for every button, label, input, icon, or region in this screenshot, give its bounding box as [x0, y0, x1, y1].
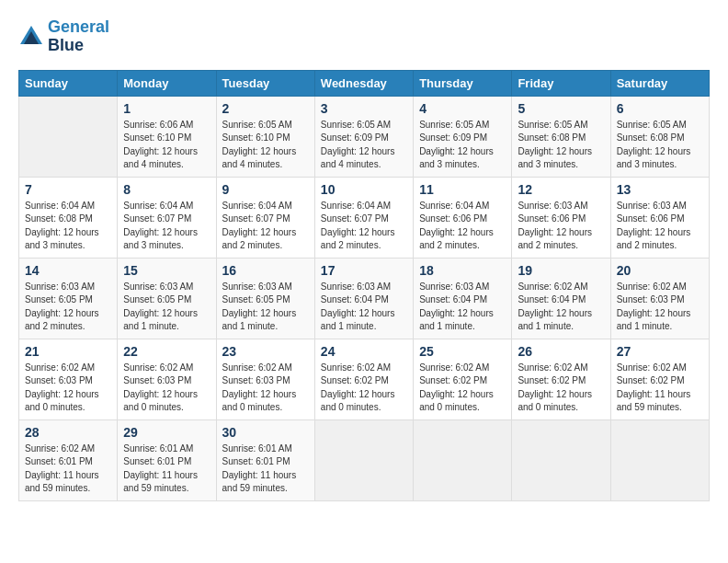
day-number: 11 [419, 182, 506, 197]
day-info: Sunrise: 6:02 AM Sunset: 6:03 PM Dayligh… [617, 281, 703, 334]
day-number: 1 [123, 101, 210, 116]
day-number: 18 [419, 263, 506, 278]
day-number: 10 [321, 182, 407, 197]
day-number: 8 [123, 182, 210, 197]
day-info: Sunrise: 6:03 AM Sunset: 6:04 PM Dayligh… [321, 281, 407, 334]
day-info: Sunrise: 6:02 AM Sunset: 6:02 PM Dayligh… [321, 362, 407, 415]
day-info: Sunrise: 6:02 AM Sunset: 6:03 PM Dayligh… [222, 362, 309, 415]
header-sunday: Sunday [19, 70, 118, 96]
calendar-week-row: 21Sunrise: 6:02 AM Sunset: 6:03 PM Dayli… [19, 339, 710, 419]
calendar-cell: 8Sunrise: 6:04 AM Sunset: 6:07 PM Daylig… [118, 177, 216, 258]
header-monday: Monday [118, 70, 216, 96]
calendar-cell: 26Sunrise: 6:02 AM Sunset: 6:02 PM Dayli… [512, 339, 610, 419]
calendar-cell: 29Sunrise: 6:01 AM Sunset: 6:01 PM Dayli… [118, 419, 216, 500]
calendar-cell: 23Sunrise: 6:02 AM Sunset: 6:03 PM Dayli… [216, 339, 314, 419]
calendar-week-row: 1Sunrise: 6:06 AM Sunset: 6:10 PM Daylig… [19, 96, 710, 177]
calendar-cell: 27Sunrise: 6:02 AM Sunset: 6:02 PM Dayli… [610, 339, 709, 419]
calendar-cell: 12Sunrise: 6:03 AM Sunset: 6:06 PM Dayli… [512, 177, 610, 258]
calendar-cell: 20Sunrise: 6:02 AM Sunset: 6:03 PM Dayli… [610, 258, 709, 339]
calendar-cell: 6Sunrise: 6:05 AM Sunset: 6:08 PM Daylig… [610, 96, 709, 177]
calendar-cell: 17Sunrise: 6:03 AM Sunset: 6:04 PM Dayli… [314, 258, 413, 339]
calendar-cell: 16Sunrise: 6:03 AM Sunset: 6:05 PM Dayli… [216, 258, 314, 339]
day-info: Sunrise: 6:04 AM Sunset: 6:08 PM Dayligh… [25, 200, 111, 253]
header-thursday: Thursday [414, 70, 512, 96]
day-number: 16 [222, 263, 309, 278]
header-friday: Friday [512, 70, 610, 96]
day-info: Sunrise: 6:06 AM Sunset: 6:10 PM Dayligh… [123, 119, 210, 172]
calendar-cell: 1Sunrise: 6:06 AM Sunset: 6:10 PM Daylig… [118, 96, 216, 177]
calendar-header-row: SundayMondayTuesdayWednesdayThursdayFrid… [19, 70, 710, 96]
logo-text: General Blue [48, 18, 109, 55]
day-number: 23 [222, 344, 309, 359]
day-number: 25 [419, 344, 506, 359]
day-info: Sunrise: 6:05 AM Sunset: 6:08 PM Dayligh… [518, 119, 604, 172]
day-number: 19 [518, 263, 604, 278]
calendar-cell: 14Sunrise: 6:03 AM Sunset: 6:05 PM Dayli… [19, 258, 118, 339]
day-info: Sunrise: 6:03 AM Sunset: 6:04 PM Dayligh… [419, 281, 506, 334]
calendar-cell: 28Sunrise: 6:02 AM Sunset: 6:01 PM Dayli… [19, 419, 118, 500]
day-info: Sunrise: 6:03 AM Sunset: 6:05 PM Dayligh… [25, 281, 111, 334]
day-number: 13 [617, 182, 703, 197]
calendar-cell: 24Sunrise: 6:02 AM Sunset: 6:02 PM Dayli… [314, 339, 413, 419]
day-info: Sunrise: 6:02 AM Sunset: 6:03 PM Dayligh… [123, 362, 210, 415]
day-number: 30 [222, 425, 309, 440]
day-number: 9 [222, 182, 309, 197]
day-info: Sunrise: 6:01 AM Sunset: 6:01 PM Dayligh… [222, 442, 309, 496]
calendar-cell [414, 419, 512, 500]
day-info: Sunrise: 6:03 AM Sunset: 6:05 PM Dayligh… [123, 281, 210, 334]
day-info: Sunrise: 6:02 AM Sunset: 6:02 PM Dayligh… [419, 362, 506, 415]
calendar-cell [19, 96, 118, 177]
day-number: 22 [123, 344, 210, 359]
calendar-cell: 15Sunrise: 6:03 AM Sunset: 6:05 PM Dayli… [118, 258, 216, 339]
day-info: Sunrise: 6:04 AM Sunset: 6:07 PM Dayligh… [321, 200, 407, 253]
calendar-cell: 21Sunrise: 6:02 AM Sunset: 6:03 PM Dayli… [19, 339, 118, 419]
calendar-cell: 3Sunrise: 6:05 AM Sunset: 6:09 PM Daylig… [314, 96, 413, 177]
day-number: 3 [321, 101, 407, 116]
day-info: Sunrise: 6:02 AM Sunset: 6:02 PM Dayligh… [617, 362, 703, 415]
day-info: Sunrise: 6:02 AM Sunset: 6:01 PM Dayligh… [25, 442, 111, 496]
day-info: Sunrise: 6:03 AM Sunset: 6:06 PM Dayligh… [518, 200, 604, 253]
day-number: 17 [321, 263, 407, 278]
calendar-cell: 19Sunrise: 6:02 AM Sunset: 6:04 PM Dayli… [512, 258, 610, 339]
calendar-cell: 2Sunrise: 6:05 AM Sunset: 6:10 PM Daylig… [216, 96, 314, 177]
day-info: Sunrise: 6:03 AM Sunset: 6:06 PM Dayligh… [617, 200, 703, 253]
calendar-cell: 10Sunrise: 6:04 AM Sunset: 6:07 PM Dayli… [314, 177, 413, 258]
day-info: Sunrise: 6:02 AM Sunset: 6:04 PM Dayligh… [518, 281, 604, 334]
calendar-cell: 7Sunrise: 6:04 AM Sunset: 6:08 PM Daylig… [19, 177, 118, 258]
calendar-cell: 30Sunrise: 6:01 AM Sunset: 6:01 PM Dayli… [216, 419, 314, 500]
day-number: 12 [518, 182, 604, 197]
day-info: Sunrise: 6:02 AM Sunset: 6:03 PM Dayligh… [25, 362, 111, 415]
day-number: 21 [25, 344, 111, 359]
day-info: Sunrise: 6:02 AM Sunset: 6:02 PM Dayligh… [518, 362, 604, 415]
day-number: 6 [617, 101, 703, 116]
calendar-week-row: 28Sunrise: 6:02 AM Sunset: 6:01 PM Dayli… [19, 419, 710, 500]
calendar-table: SundayMondayTuesdayWednesdayThursdayFrid… [18, 70, 710, 501]
calendar-week-row: 7Sunrise: 6:04 AM Sunset: 6:08 PM Daylig… [19, 177, 710, 258]
day-info: Sunrise: 6:05 AM Sunset: 6:08 PM Dayligh… [617, 119, 703, 172]
logo-icon [18, 24, 44, 50]
day-info: Sunrise: 6:05 AM Sunset: 6:10 PM Dayligh… [222, 119, 309, 172]
day-info: Sunrise: 6:04 AM Sunset: 6:07 PM Dayligh… [222, 200, 309, 253]
day-info: Sunrise: 6:04 AM Sunset: 6:07 PM Dayligh… [123, 200, 210, 253]
header-tuesday: Tuesday [216, 70, 314, 96]
day-number: 29 [123, 425, 210, 440]
calendar-cell: 4Sunrise: 6:05 AM Sunset: 6:09 PM Daylig… [414, 96, 512, 177]
day-info: Sunrise: 6:03 AM Sunset: 6:05 PM Dayligh… [222, 281, 309, 334]
header-wednesday: Wednesday [314, 70, 413, 96]
calendar-cell: 9Sunrise: 6:04 AM Sunset: 6:07 PM Daylig… [216, 177, 314, 258]
calendar-cell: 5Sunrise: 6:05 AM Sunset: 6:08 PM Daylig… [512, 96, 610, 177]
calendar-cell [512, 419, 610, 500]
day-number: 27 [617, 344, 703, 359]
calendar-cell: 13Sunrise: 6:03 AM Sunset: 6:06 PM Dayli… [610, 177, 709, 258]
day-number: 15 [123, 263, 210, 278]
calendar-cell [610, 419, 709, 500]
calendar-cell: 11Sunrise: 6:04 AM Sunset: 6:06 PM Dayli… [414, 177, 512, 258]
page-header: General Blue [18, 18, 710, 55]
day-number: 24 [321, 344, 407, 359]
day-number: 7 [25, 182, 111, 197]
day-number: 14 [25, 263, 111, 278]
day-number: 4 [419, 101, 506, 116]
day-number: 26 [518, 344, 604, 359]
day-info: Sunrise: 6:05 AM Sunset: 6:09 PM Dayligh… [419, 119, 506, 172]
day-info: Sunrise: 6:05 AM Sunset: 6:09 PM Dayligh… [321, 119, 407, 172]
